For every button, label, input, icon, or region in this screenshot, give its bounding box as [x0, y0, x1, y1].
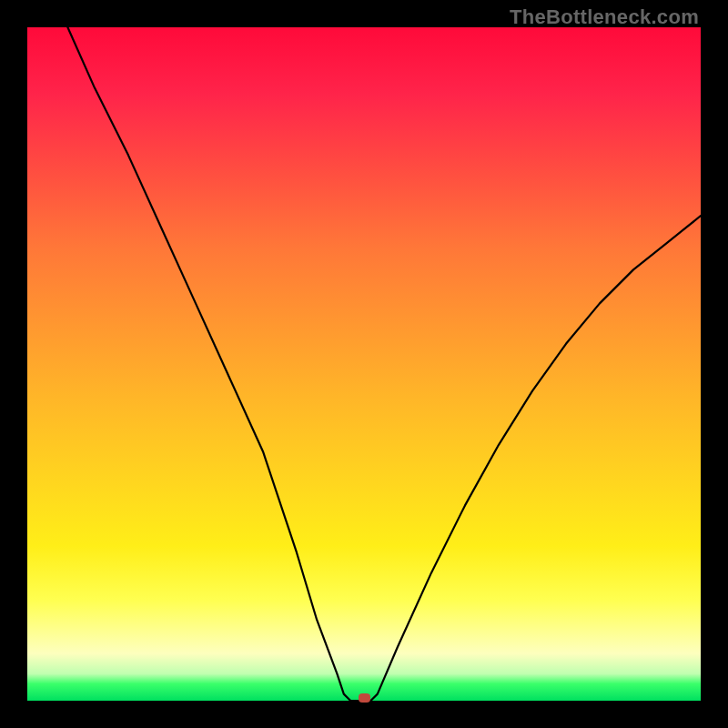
- curve-svg: [27, 27, 701, 701]
- plot-area: [27, 27, 701, 701]
- bottleneck-curve: [67, 27, 701, 701]
- chart-container: TheBottleneck.com: [0, 0, 728, 728]
- watermark-text: TheBottleneck.com: [510, 5, 699, 29]
- minimum-marker: [359, 693, 370, 703]
